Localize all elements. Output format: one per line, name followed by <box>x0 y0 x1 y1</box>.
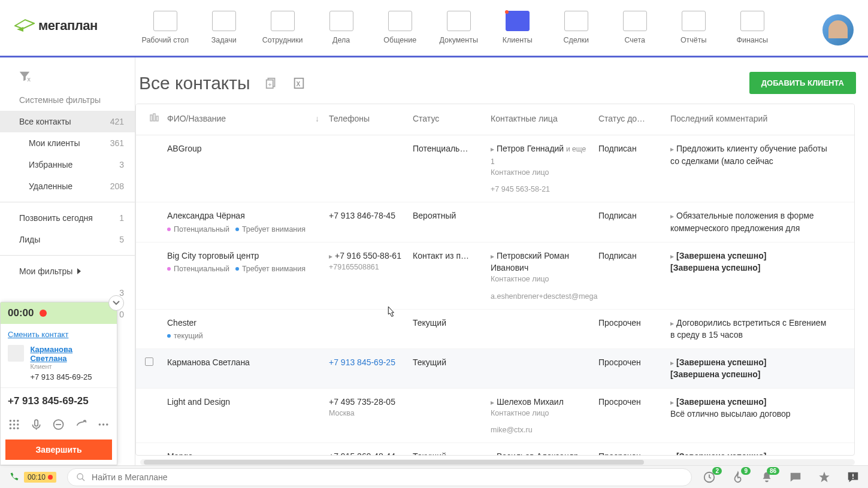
dialpad-icon[interactable] <box>8 418 20 431</box>
phone[interactable]: +7 916 550-88-61 <box>335 251 401 260</box>
expand-icon[interactable]: ▸ <box>670 212 674 220</box>
col-phones[interactable]: Телефоны <box>324 113 408 125</box>
call-collapse-button[interactable] <box>108 295 124 311</box>
nav-Сотрудники[interactable]: Сотрудники <box>253 11 312 44</box>
client-name: Light and Design <box>167 396 319 408</box>
col-comment[interactable]: Последний комментарий <box>666 113 833 125</box>
more-icon[interactable] <box>97 418 110 431</box>
nav-label: Финансы <box>723 36 782 44</box>
expand-icon[interactable]: ▸ <box>491 398 494 407</box>
add-client-button[interactable]: ДОБАВИТЬ КЛИЕНТА <box>749 72 856 94</box>
nav-label: Рабочий стол <box>136 36 195 44</box>
filter-icon[interactable]: x <box>18 69 31 83</box>
fire-icon[interactable]: 9 <box>731 471 745 484</box>
table-row[interactable]: Big City торговый центрПотенциальныйТреб… <box>136 243 854 310</box>
table-row[interactable]: Mangoрозница▸+7 915 269-48-44Текущий▸Вас… <box>136 443 854 456</box>
nav-icon <box>447 11 471 31</box>
sidebar-item[interactable]: Избранные3 <box>0 154 135 175</box>
contact-name[interactable]: Шелехов Михаил <box>497 397 564 407</box>
nav-Счета[interactable]: Счета <box>606 11 664 44</box>
table-row[interactable]: Light and Design▸+7 495 735-28-05Москва▸… <box>136 389 854 444</box>
bb-call-timer: 00:10 <box>24 472 56 483</box>
expand-icon[interactable]: ▸ <box>670 252 674 260</box>
feedback-icon[interactable] <box>846 471 860 484</box>
excel-icon[interactable]: X <box>292 77 306 90</box>
col-contacts[interactable]: Контактные лица <box>486 113 594 125</box>
logo[interactable]: мегаплан <box>14 18 98 34</box>
sidebar-item[interactable]: Все контакты421 <box>0 111 135 132</box>
phone[interactable]: +7 913 845-69-25 <box>329 357 395 367</box>
client-name: Карманова Светлана <box>167 356 319 368</box>
expand-icon[interactable]: ▸ <box>670 319 674 328</box>
nav-Дела[interactable]: Дела <box>312 11 371 44</box>
table-row[interactable]: Александра ЧёрнаяПотенциальныйТребует вн… <box>136 202 854 242</box>
expand-icon[interactable]: ▸ <box>670 145 674 153</box>
clock-badge: 2 <box>712 467 722 475</box>
sidebar-item[interactable]: Лиды5 <box>0 229 135 250</box>
svg-point-4 <box>10 423 12 426</box>
table-row[interactable]: ABGroupПотенциаль…▸Петров Геннадий и еще… <box>136 135 854 202</box>
bell-badge: 86 <box>767 467 779 475</box>
svg-point-14 <box>102 423 105 426</box>
clock-icon[interactable]: 2 <box>703 471 716 484</box>
sidebar-item[interactable]: Позвонить сегодня1 <box>0 207 135 229</box>
sidebar-item[interactable]: Мои клиенты361 <box>0 132 135 154</box>
phone[interactable]: +7 913 846-78-45 <box>329 211 395 220</box>
columns-config-icon[interactable] <box>149 113 160 123</box>
contact-name[interactable]: Петровский Роман Иванович <box>491 251 569 272</box>
nav-label: Дела <box>312 36 371 44</box>
expand-icon[interactable]: ▸ <box>491 145 494 153</box>
contact-name[interactable]: Петров Геннадий <box>497 144 564 153</box>
col-name[interactable]: ФИО/Название↓ <box>162 113 324 125</box>
svg-point-1 <box>10 420 12 422</box>
table-row[interactable]: ChesterтекущийТекущийПросрочен▸Договорил… <box>136 310 854 349</box>
transfer-icon[interactable] <box>75 418 87 431</box>
phone[interactable]: +7 495 735-28-05 <box>329 397 395 407</box>
expand-icon[interactable]: ▸ <box>491 252 494 260</box>
copy-icon[interactable]: + <box>265 77 278 90</box>
col-status[interactable]: Статус <box>408 113 486 125</box>
contact-name[interactable]: Васильев Александр <box>497 451 579 456</box>
chat-icon[interactable] <box>789 471 802 484</box>
hold-icon[interactable] <box>52 418 65 431</box>
nav-Задачи[interactable]: Задачи <box>195 11 253 44</box>
bb-active-call[interactable]: 00:10 <box>8 472 56 483</box>
horizontal-scrollbar[interactable] <box>140 459 855 465</box>
nav-Сделки[interactable]: Сделки <box>547 11 606 44</box>
phone[interactable]: +7 915 269-48-44 <box>329 451 395 456</box>
star-icon[interactable] <box>818 471 831 484</box>
sidebar-my-filters[interactable]: Мои фильтры <box>0 260 135 282</box>
nav-Финансы[interactable]: Финансы <box>723 11 782 44</box>
status: Текущий <box>408 356 486 368</box>
nav-label: Счета <box>606 36 664 44</box>
nav-Клиенты[interactable]: Клиенты <box>488 11 547 44</box>
table-row[interactable]: Карманова Светлана▸+7 913 845-69-25Текущ… <box>136 349 854 389</box>
expand-icon[interactable]: ▸ <box>670 359 674 367</box>
call-dial-input[interactable]: +7 913 845-69-25 <box>1 387 117 414</box>
nav-Общение[interactable]: Общение <box>371 11 430 44</box>
bell-icon[interactable]: 86 <box>760 471 773 484</box>
nav-icon <box>506 11 530 31</box>
nav-Документы[interactable]: Документы <box>430 11 488 44</box>
svg-line-22 <box>82 478 84 481</box>
nav-Отчёты[interactable]: Отчёты <box>664 11 723 44</box>
expand-icon[interactable]: ▸ <box>670 453 674 456</box>
search-input[interactable] <box>92 472 683 482</box>
row-checkbox[interactable] <box>145 357 153 366</box>
call-client-name[interactable]: Карманова Светлана <box>30 345 110 363</box>
mic-icon[interactable] <box>30 418 43 431</box>
global-search[interactable] <box>67 468 692 486</box>
change-contact-link[interactable]: Сменить контакт <box>8 330 110 339</box>
expand-icon[interactable]: ▸ <box>670 398 674 407</box>
svg-rect-24 <box>852 474 854 477</box>
svg-point-9 <box>17 427 19 429</box>
col-doc[interactable]: Статус до… <box>594 113 666 125</box>
expand-icon[interactable]: ▸ <box>329 252 332 260</box>
sidebar-item[interactable]: Удаленные208 <box>0 175 135 197</box>
expand-icon[interactable]: ▸ <box>491 453 494 456</box>
svg-rect-25 <box>852 477 854 478</box>
end-call-button[interactable]: Завершить <box>5 439 112 460</box>
nav-label: Документы <box>430 36 488 44</box>
nav-Рабочий стол[interactable]: Рабочий стол <box>136 11 195 44</box>
user-avatar[interactable] <box>822 14 854 46</box>
